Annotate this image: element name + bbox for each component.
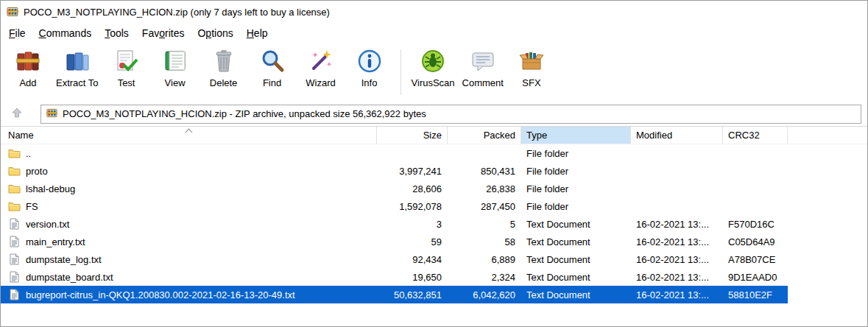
file-row[interactable]: lshal-debug28,60626,838File folder xyxy=(1,180,788,197)
toolbar-button-label: VirusScan xyxy=(412,77,455,88)
toolbar-button-add[interactable]: Add xyxy=(4,45,52,99)
test-icon xyxy=(114,49,139,74)
column-header-name[interactable]: Name xyxy=(1,127,377,144)
sfx-icon xyxy=(519,49,544,74)
window-title: POCO_M3_NOTPLAYING_HCION.zip (only 7 day… xyxy=(24,7,330,18)
info-icon xyxy=(357,49,382,74)
file-size: 50,632,851 xyxy=(377,289,448,300)
file-packed: 6,889 xyxy=(448,254,521,265)
file-modified: 16-02-2021 13:... xyxy=(631,289,723,300)
menu-help[interactable]: Help xyxy=(240,24,275,42)
file-type: Text Document xyxy=(521,254,631,265)
file-crc32: F570D16C xyxy=(723,219,788,230)
delete-icon xyxy=(211,49,236,74)
file-packed: 850,431 xyxy=(448,166,521,177)
virusscan-icon xyxy=(420,49,445,74)
file-packed: 287,450 xyxy=(448,201,521,212)
sort-ascending-indicator xyxy=(184,127,193,133)
file-row[interactable]: main_entry.txt5958Text Document16-02-202… xyxy=(1,233,788,250)
file-name-cell: .. xyxy=(1,147,377,159)
file-row[interactable]: FS1,592,078287,450File folder xyxy=(1,197,788,215)
file-modified: 16-02-2021 13:... xyxy=(631,219,723,230)
file-type: Text Document xyxy=(521,236,631,247)
wizard-icon xyxy=(308,49,334,74)
titlebar: POCO_M3_NOTPLAYING_HCION.zip (only 7 day… xyxy=(1,1,867,23)
file-row[interactable]: dumpstate_log.txt92,4346,889Text Documen… xyxy=(1,250,788,268)
archive-path-combobox[interactable]: POCO_M3_NOTPLAYING_HCION.zip - ZIP archi… xyxy=(40,105,861,124)
toolbar-button-view[interactable]: View xyxy=(151,45,200,99)
text-file-icon xyxy=(8,236,21,247)
up-arrow-icon xyxy=(10,106,24,122)
column-headers: Name Size Packed Type Modified CRC32 xyxy=(1,126,867,144)
file-name: bugreport-citrus_in-QKQ1.200830.002-2021… xyxy=(26,289,295,300)
toolbar-button-comment[interactable]: Comment xyxy=(459,45,507,99)
file-crc32: C05D64A9 xyxy=(723,236,788,247)
file-row[interactable]: ..File folder xyxy=(1,144,788,162)
toolbar-button-find[interactable]: Find xyxy=(248,45,297,99)
folder-icon xyxy=(8,200,21,212)
toolbar-button-test[interactable]: Test xyxy=(102,45,151,99)
column-header-crc32[interactable]: CRC32 xyxy=(723,127,788,144)
column-header-type[interactable]: Type xyxy=(521,127,631,144)
file-crc32: 9D1EAAD0 xyxy=(723,272,788,283)
column-header-size[interactable]: Size xyxy=(377,127,448,144)
file-type: File folder xyxy=(521,166,631,177)
file-crc32: 58810E2F xyxy=(723,289,788,300)
folder-icon xyxy=(8,165,21,177)
file-name: lshal-debug xyxy=(26,183,75,194)
column-header-filler xyxy=(788,127,867,144)
toolbar-button-label: Extract To xyxy=(56,77,99,88)
address-bar: POCO_M3_NOTPLAYING_HCION.zip - ZIP archi… xyxy=(1,102,867,126)
file-row[interactable]: proto3,997,241850,431File folder xyxy=(1,162,788,180)
column-header-label: Type xyxy=(526,130,547,141)
up-directory-button[interactable] xyxy=(7,105,27,124)
toolbar-button-label: Info xyxy=(361,77,378,88)
toolbar-button-info[interactable]: Info xyxy=(345,45,394,99)
file-row[interactable]: dumpstate_board.txt19,6502,324Text Docum… xyxy=(1,268,788,286)
column-header-label: CRC32 xyxy=(728,130,760,141)
toolbar-button-extract-to[interactable]: Extract To xyxy=(52,45,102,99)
file-list: ..File folderproto3,997,241850,431File f… xyxy=(1,144,867,326)
file-name-cell: dumpstate_log.txt xyxy=(1,253,377,265)
toolbar-button-label: Add xyxy=(19,77,36,88)
file-name: dumpstate_log.txt xyxy=(26,254,102,265)
menu-file[interactable]: File xyxy=(2,24,32,42)
menu-tools[interactable]: Tools xyxy=(98,24,135,42)
file-size: 1,592,078 xyxy=(377,201,448,212)
text-file-icon xyxy=(8,253,21,265)
file-name-cell: bugreport-citrus_in-QKQ1.200830.002-2021… xyxy=(1,289,377,300)
toolbar-button-label: Find xyxy=(263,77,281,88)
file-packed: 6,042,620 xyxy=(448,289,521,300)
toolbar-button-label: SFX xyxy=(522,77,540,88)
file-size: 92,434 xyxy=(377,254,448,265)
file-crc32: A78B07CE xyxy=(723,254,788,265)
file-name-cell: dumpstate_board.txt xyxy=(1,271,377,283)
column-header-label: Name xyxy=(8,130,34,141)
file-name: proto xyxy=(26,166,48,177)
add-archive-icon xyxy=(15,49,40,74)
toolbar-button-virusscan[interactable]: VirusScan xyxy=(408,45,459,99)
text-file-icon xyxy=(8,271,21,283)
file-row-selected[interactable]: bugreport-citrus_in-QKQ1.200830.002-2021… xyxy=(1,286,788,303)
find-icon xyxy=(260,49,285,74)
file-name-cell: proto xyxy=(1,165,377,177)
toolbar-button-label: Test xyxy=(118,77,135,88)
folder-icon xyxy=(8,147,21,159)
column-header-modified[interactable]: Modified xyxy=(631,127,723,144)
file-modified: 16-02-2021 13:... xyxy=(631,254,723,265)
toolbar-button-sfx[interactable]: SFX xyxy=(507,45,556,99)
file-name: FS xyxy=(26,201,38,212)
column-header-packed[interactable]: Packed xyxy=(448,127,521,144)
extract-icon xyxy=(65,49,90,74)
menu-favorites[interactable]: Favorites xyxy=(135,24,191,42)
text-file-icon xyxy=(8,218,21,230)
file-row[interactable]: version.txt35Text Document16-02-2021 13:… xyxy=(1,215,788,233)
file-type: File folder xyxy=(521,183,631,194)
file-name: main_entry.txt xyxy=(26,236,85,247)
toolbar-button-delete[interactable]: Delete xyxy=(200,45,248,99)
toolbar-button-label: Delete xyxy=(210,77,238,88)
menu-commands[interactable]: Commands xyxy=(32,24,99,42)
toolbar-button-wizard[interactable]: Wizard xyxy=(297,45,345,99)
file-type: File folder xyxy=(521,148,631,159)
menu-options[interactable]: Options xyxy=(191,24,239,42)
